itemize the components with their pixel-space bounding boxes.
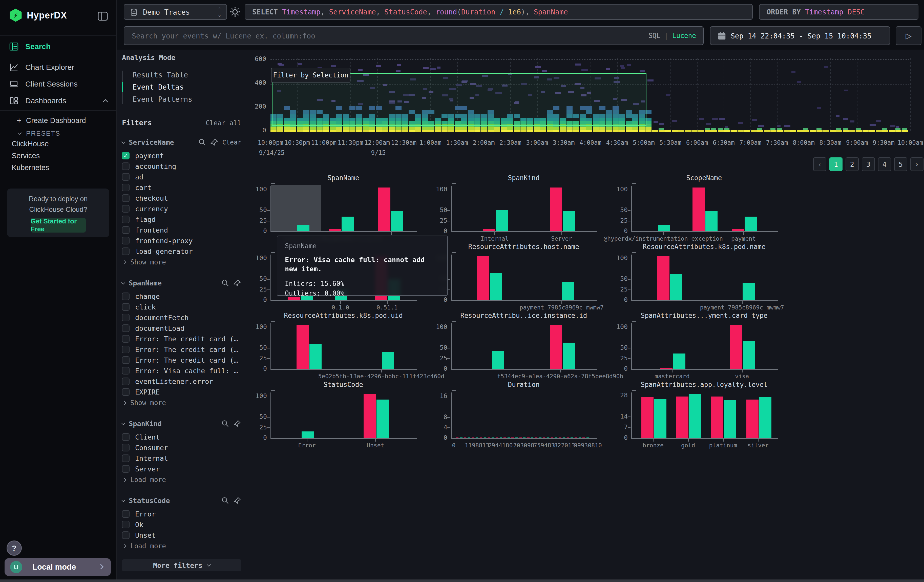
bar-green[interactable] [382,352,394,369]
show-more-button[interactable]: Show more [122,397,241,409]
filter-checkbox-row[interactable]: cart [122,182,241,193]
clear-all-button[interactable]: Clear all [206,119,241,127]
filter-by-selection-button[interactable]: Filter by Selection [271,68,350,82]
pin-icon[interactable] [233,420,241,428]
show-more-button[interactable]: Load more [122,541,241,552]
filter-checkbox-row[interactable]: currency [122,203,241,214]
checkbox[interactable] [122,216,130,223]
checkbox[interactable] [122,303,130,311]
checkbox[interactable] [122,521,130,528]
bar-pink[interactable] [641,397,653,438]
bar-green[interactable] [391,211,403,231]
search-icon[interactable] [198,138,206,146]
get-started-button[interactable]: Get Started for Free [31,218,86,232]
sidebar-item-chart-explorer[interactable]: Chart Explorer [9,61,74,74]
bar-green[interactable] [496,210,508,231]
analysis-mode-event-patterns[interactable]: Event Patterns [122,93,241,106]
checkbox[interactable] [122,247,130,255]
bar-green[interactable] [563,211,575,231]
bar-pink[interactable] [477,256,489,300]
page-button-3[interactable]: 3 [862,157,875,171]
query-language-toggle[interactable]: SQL | Lucene [648,32,696,40]
bar-pink[interactable] [746,399,759,438]
checkbox[interactable] [122,314,130,322]
filter-checkbox-row[interactable]: Client [122,432,241,442]
run-query-button[interactable]: ▷ [896,26,921,45]
checkbox[interactable] [122,226,130,234]
bar-pink[interactable] [660,368,673,369]
checkbox[interactable] [122,237,130,244]
filter-checkbox-row[interactable]: flagd [122,214,241,225]
bar-green[interactable] [562,282,574,300]
bar-green[interactable] [342,217,354,231]
search-input[interactable]: Search your events w/ Lucene ex. column:… [124,26,704,45]
search-icon[interactable] [221,279,229,287]
filter-checkbox-row[interactable]: documentLoad [122,323,241,333]
filter-checkbox-row[interactable]: accounting [122,161,241,171]
filter-group-header[interactable]: ServiceNameClear [122,138,241,146]
bar-green[interactable] [724,400,736,438]
checkbox[interactable] [122,388,130,396]
filter-checkbox-row[interactable]: ✓payment [122,150,241,161]
bar-pink[interactable] [483,229,495,231]
bar-pink[interactable] [657,256,670,300]
page-button-1[interactable]: 1 [829,157,843,171]
bar-pink[interactable] [711,397,723,438]
bar-pink[interactable] [730,325,742,369]
bar-pink[interactable] [329,229,341,231]
checkbox[interactable] [122,455,130,462]
bar-green[interactable] [689,394,701,438]
select-clause-input[interactable]: SELECT Timestamp, ServiceName, StatusCod… [245,4,753,20]
bar-green[interactable] [759,397,771,438]
filter-checkbox-row[interactable]: change [122,291,241,302]
filter-checkbox-row[interactable]: EXPIRE [122,387,241,397]
page-button-4[interactable]: 4 [878,157,891,171]
bar-green[interactable] [658,225,670,231]
sidebar-collapse-icon[interactable] [98,12,108,21]
filter-group-header[interactable]: StatusCode [122,496,241,505]
filter-checkbox-row[interactable]: Consumer [122,442,241,453]
bar-pink[interactable] [693,188,705,231]
checkbox[interactable] [122,162,130,170]
pin-icon[interactable] [233,496,241,505]
bar-pink[interactable] [378,188,390,231]
checkbox[interactable] [122,292,130,300]
more-filters-button[interactable]: More filters [122,559,241,571]
bar-green[interactable] [705,211,718,231]
filter-checkbox-row[interactable]: ad [122,171,241,182]
presets-toggle[interactable]: PRESETS [18,128,60,138]
filter-checkbox-row[interactable]: load-generator [122,246,241,257]
bar-green[interactable] [309,344,322,369]
filter-checkbox-row[interactable]: Error [122,509,241,519]
checkbox[interactable] [122,346,130,353]
filter-group-header[interactable]: SpanName [122,279,241,287]
order-by-input[interactable]: ORDER BY Timestamp DESC [759,4,918,20]
create-dashboard-button[interactable]: + Create Dashboard [17,114,86,127]
bar-pink[interactable] [676,397,688,438]
filter-checkbox-row[interactable]: Ok [122,519,241,530]
pin-icon[interactable] [210,138,218,146]
source-settings-gear-icon[interactable] [230,7,240,17]
bar-green[interactable] [673,353,685,369]
bar-green[interactable] [302,432,314,438]
search-icon[interactable] [221,420,229,428]
filter-checkbox-row[interactable]: documentFetch [122,312,241,323]
filter-checkbox-row[interactable]: Error: The credit card (… [122,333,241,344]
filter-checkbox-row[interactable]: Error: The credit card (… [122,344,241,355]
page-button-5[interactable]: 5 [894,157,907,171]
bar-green[interactable] [563,343,575,369]
filter-group-header[interactable]: SpanKind [122,420,241,428]
filter-checkbox-row[interactable]: frontend [122,225,241,235]
checkbox[interactable] [122,195,130,202]
analysis-mode-event-deltas[interactable]: Event Deltas [122,81,241,93]
horizontal-scrollbar[interactable] [0,579,924,582]
filter-checkbox-row[interactable]: Server [122,463,241,474]
checkbox[interactable] [122,367,130,374]
checkbox[interactable] [122,205,130,213]
bar-green[interactable] [743,341,755,369]
checkbox[interactable] [122,356,130,364]
checkbox[interactable] [122,325,130,332]
bar-pink[interactable] [550,325,562,369]
filter-checkbox-row[interactable]: Internal [122,453,241,463]
bar-green[interactable] [297,225,309,231]
